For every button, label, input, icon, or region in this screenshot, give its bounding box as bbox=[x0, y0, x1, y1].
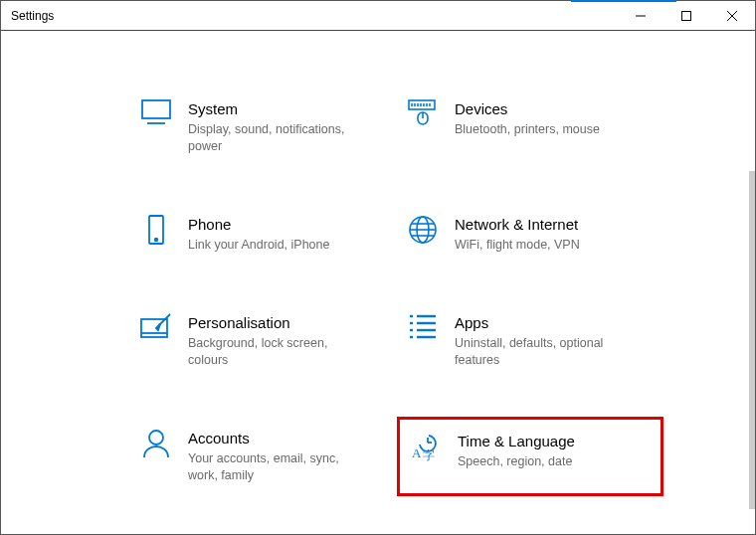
category-time-language[interactable]: A 字 Time & Language Speech, region, date bbox=[397, 417, 663, 496]
category-network[interactable]: Network & Internet WiFi, flight mode, VP… bbox=[397, 203, 663, 266]
category-text: Time & Language Speech, region, date bbox=[444, 432, 575, 481]
category-text: Personalisation Background, lock screen,… bbox=[174, 313, 367, 369]
svg-rect-1 bbox=[682, 11, 691, 20]
titlebar-accent bbox=[571, 0, 676, 2]
svg-point-17 bbox=[155, 239, 158, 242]
maximize-button[interactable] bbox=[663, 1, 709, 31]
category-system[interactable]: System Display, sound, notifications, po… bbox=[130, 88, 397, 167]
category-desc: Background, lock screen, colours bbox=[188, 335, 367, 369]
category-desc: Link your Android, iPhone bbox=[188, 237, 329, 254]
phone-icon bbox=[138, 215, 174, 251]
category-personalisation[interactable]: Personalisation Background, lock screen,… bbox=[130, 301, 397, 381]
category-row: Phone Link your Android, iPhone Network … bbox=[130, 203, 727, 266]
category-desc: WiFi, flight mode, VPN bbox=[455, 237, 580, 254]
category-row: Gaming Ease of Access bbox=[130, 532, 727, 534]
globe-icon bbox=[405, 215, 441, 251]
svg-text:字: 字 bbox=[423, 448, 435, 461]
category-title: Phone bbox=[188, 215, 329, 235]
personalisation-icon bbox=[138, 313, 174, 349]
category-desc: Bluetooth, printers, mouse bbox=[455, 121, 600, 138]
category-gaming[interactable]: Gaming bbox=[130, 532, 397, 534]
category-title: System bbox=[188, 99, 367, 119]
category-text: Accounts Your accounts, email, sync, wor… bbox=[174, 429, 367, 484]
scrollbar[interactable] bbox=[749, 171, 755, 509]
category-apps[interactable]: Apps Uninstall, defaults, optional featu… bbox=[397, 301, 663, 381]
category-desc: Speech, region, date bbox=[458, 453, 575, 470]
category-title: Accounts bbox=[188, 429, 367, 448]
svg-point-34 bbox=[149, 431, 163, 445]
close-button[interactable] bbox=[709, 1, 755, 31]
system-icon bbox=[138, 99, 174, 135]
category-desc: Your accounts, email, sync, work, family bbox=[188, 450, 367, 484]
category-title: Time & Language bbox=[458, 432, 575, 451]
titlebar: Settings bbox=[1, 1, 755, 31]
categories-grid: System Display, sound, notifications, po… bbox=[130, 88, 727, 534]
settings-window: Settings bbox=[0, 0, 756, 535]
category-desc: Display, sound, notifications, power bbox=[188, 121, 367, 155]
category-row: Personalisation Background, lock screen,… bbox=[130, 301, 727, 381]
category-row: System Display, sound, notifications, po… bbox=[130, 88, 727, 167]
category-text: Phone Link your Android, iPhone bbox=[174, 215, 329, 254]
category-row: Accounts Your accounts, email, sync, wor… bbox=[130, 417, 727, 496]
category-ease-of-access[interactable]: Ease of Access bbox=[397, 532, 663, 534]
apps-icon bbox=[405, 313, 441, 349]
svg-text:A: A bbox=[412, 446, 422, 460]
category-phone[interactable]: Phone Link your Android, iPhone bbox=[130, 203, 397, 266]
category-text: System Display, sound, notifications, po… bbox=[174, 99, 367, 155]
category-title: Network & Internet bbox=[455, 215, 580, 235]
window-controls bbox=[618, 1, 755, 31]
category-title: Devices bbox=[455, 99, 600, 119]
accounts-icon bbox=[138, 429, 174, 464]
category-title: Apps bbox=[455, 313, 634, 333]
category-desc: Uninstall, defaults, optional features bbox=[455, 335, 634, 369]
time-language-icon: A 字 bbox=[408, 432, 444, 467]
category-text: Network & Internet WiFi, flight mode, VP… bbox=[441, 215, 580, 254]
category-accounts[interactable]: Accounts Your accounts, email, sync, wor… bbox=[130, 417, 397, 496]
category-text: Devices Bluetooth, printers, mouse bbox=[441, 99, 600, 155]
window-title: Settings bbox=[1, 9, 54, 23]
content-area: System Display, sound, notifications, po… bbox=[1, 32, 755, 534]
category-text: Apps Uninstall, defaults, optional featu… bbox=[441, 313, 634, 369]
svg-rect-4 bbox=[142, 100, 170, 118]
devices-icon bbox=[405, 99, 441, 135]
svg-rect-6 bbox=[409, 100, 435, 109]
category-title: Personalisation bbox=[188, 313, 367, 333]
minimize-button[interactable] bbox=[618, 1, 663, 31]
category-devices[interactable]: Devices Bluetooth, printers, mouse bbox=[397, 88, 663, 167]
